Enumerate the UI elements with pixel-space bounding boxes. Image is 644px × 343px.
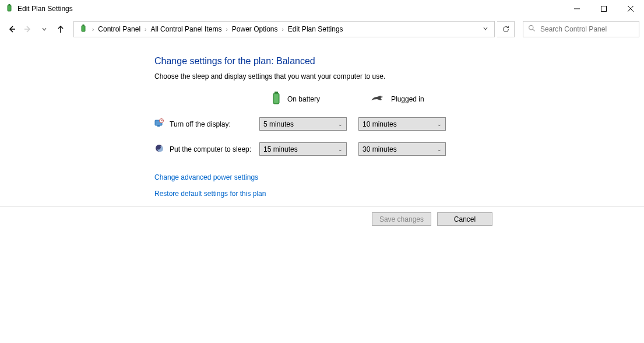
chevron-right-icon[interactable]: › [143,26,148,33]
svg-rect-9 [82,26,85,32]
links: Change advanced power settings Restore d… [154,173,501,198]
svg-point-16 [381,96,383,98]
svg-rect-18 [157,125,160,127]
svg-rect-14 [275,92,278,93]
select-value: 10 minutes [363,120,397,128]
chevron-down-icon: ⌄ [338,121,343,127]
advanced-settings-link[interactable]: Change advanced power settings [154,173,501,181]
display-icon [154,118,164,130]
column-headers: On battery Plugged in [271,91,501,107]
chevron-down-icon: ⌄ [338,146,343,152]
setting-label-text: Turn off the display: [170,120,231,128]
back-button[interactable] [5,22,19,36]
select-value: 5 minutes [263,120,294,128]
restore-defaults-link[interactable]: Restore default settings for this plan [154,190,501,198]
titlebar: Edit Plan Settings [0,0,644,18]
chevron-right-icon[interactable]: › [90,26,96,33]
chevron-down-icon: ⌄ [437,121,442,127]
close-button[interactable] [617,0,644,18]
sleep-plugged-select[interactable]: 30 minutes ⌄ [358,142,446,156]
page-heading: Change settings for the plan: Balanced [154,56,501,66]
content-area: Change settings for the plan: Balanced C… [0,38,501,198]
window-controls [564,0,644,18]
breadcrumb-item[interactable]: Edit Plan Settings [286,25,346,33]
sleep-battery-select[interactable]: 15 minutes ⌄ [259,142,347,156]
svg-rect-1 [9,4,10,5]
breadcrumb-item[interactable]: Power Options [230,25,280,33]
sleep-icon [154,144,164,155]
column-label: On battery [287,95,320,103]
chevron-down-icon: ⌄ [437,146,442,152]
cancel-button[interactable]: Cancel [437,212,492,226]
svg-rect-3 [601,6,607,12]
search-icon [528,24,536,34]
select-value: 15 minutes [263,145,298,153]
plugged-in-column: Plugged in [370,91,469,107]
display-setting-row: Turn off the display: 5 minutes ⌄ 10 min… [154,117,501,131]
search-input[interactable] [540,25,634,33]
recent-dropdown[interactable] [37,22,51,36]
minimize-button[interactable] [564,0,590,18]
svg-line-12 [533,29,534,31]
window-title: Edit Plan Settings [17,5,73,13]
breadcrumb-dropdown[interactable] [479,25,492,33]
save-button[interactable]: Save changes [372,212,431,226]
on-battery-column: On battery [271,91,370,107]
battery-icon [271,91,281,107]
svg-rect-10 [83,24,85,26]
forward-button[interactable] [21,22,35,36]
breadcrumb-item[interactable]: All Control Panel Items [148,25,224,33]
nav-row: › Control Panel › All Control Panel Item… [0,20,644,38]
search-box[interactable] [523,21,639,37]
page-subtext: Choose the sleep and display settings th… [154,72,501,80]
chevron-right-icon[interactable]: › [280,26,286,33]
button-bar: Save changes Cancel [0,206,644,232]
display-plugged-select[interactable]: 10 minutes ⌄ [358,117,446,131]
svg-rect-0 [8,5,11,11]
maximize-button[interactable] [590,0,617,18]
power-plan-icon [5,4,14,15]
select-value: 30 minutes [363,145,397,153]
setting-label-text: Put the computer to sleep: [170,145,251,153]
column-label: Plugged in [391,95,424,103]
breadcrumb[interactable]: › Control Panel › All Control Panel Item… [73,21,495,37]
refresh-button[interactable] [497,21,515,37]
sleep-setting-row: Put the computer to sleep: 15 minutes ⌄ … [154,142,501,156]
plug-icon [370,93,385,104]
up-button[interactable] [54,22,68,36]
chevron-right-icon[interactable]: › [224,26,229,33]
power-icon [79,24,88,35]
svg-rect-15 [275,94,279,103]
display-battery-select[interactable]: 5 minutes ⌄ [259,117,347,131]
breadcrumb-item[interactable]: Control Panel [96,25,143,33]
svg-point-11 [529,26,533,30]
